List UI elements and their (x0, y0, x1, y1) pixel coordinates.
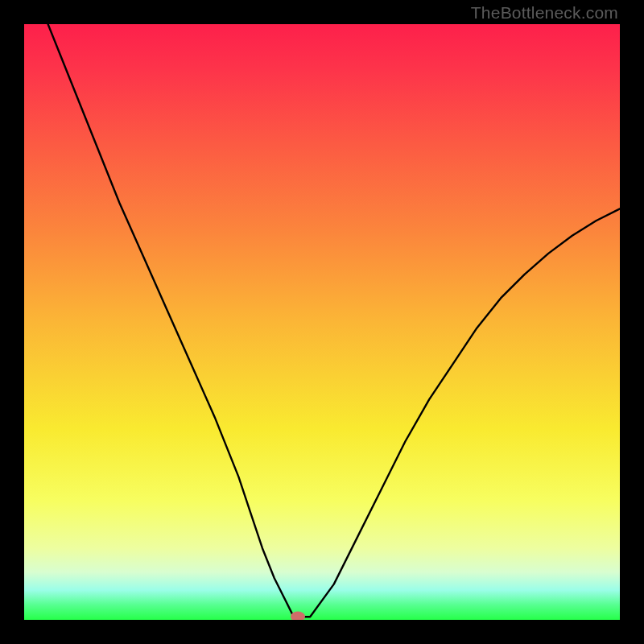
plot-area (24, 24, 620, 620)
bottleneck-marker (291, 612, 305, 620)
chart-frame: TheBottleneck.com (0, 0, 644, 644)
bottleneck-curve (24, 24, 620, 620)
watermark-text: TheBottleneck.com (471, 3, 618, 23)
